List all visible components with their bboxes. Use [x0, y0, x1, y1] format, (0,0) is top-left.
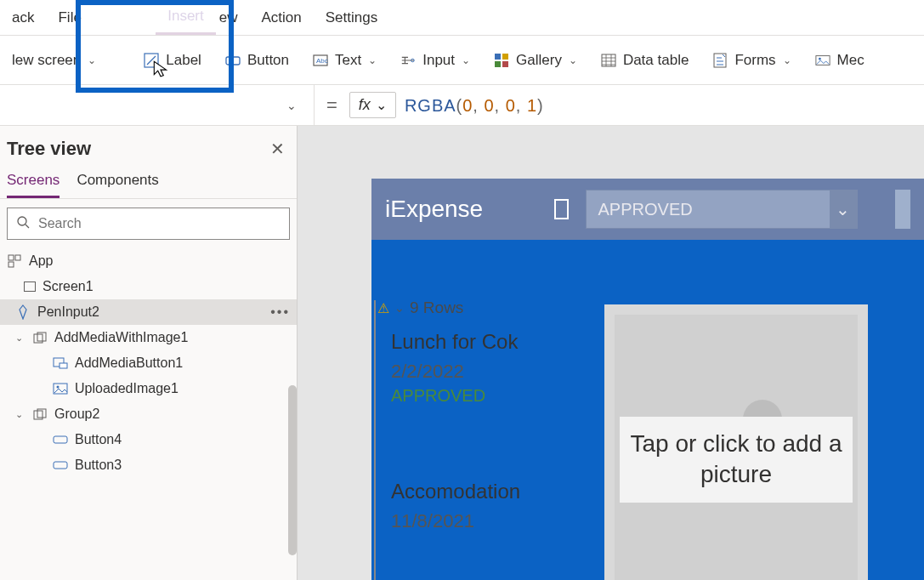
equals-sign: = — [315, 94, 349, 117]
text-icon: Abc — [313, 53, 328, 68]
menu-bar: ack File Home Insert ew Action Settings — [0, 0, 924, 36]
tree-item-peninput2[interactable]: PenInput2 ••• — [0, 299, 297, 325]
menu-file[interactable]: File — [46, 0, 93, 35]
svg-text:Abc: Abc — [316, 57, 328, 65]
divider — [374, 300, 376, 580]
ribbon-toolbar: lew screen ⌄ Label Button Abc Text ⌄ Inp… — [0, 36, 924, 85]
app-title: iExpense — [385, 196, 483, 223]
tab-screens[interactable]: Screens — [7, 172, 60, 198]
chevron-down-icon: ⌄ — [462, 54, 470, 66]
group-icon — [32, 330, 48, 345]
svg-point-12 — [819, 57, 821, 60]
tree-view-title: Tree view — [7, 138, 91, 160]
chevron-down-icon: ⌄ — [88, 54, 96, 66]
tree-item-app[interactable]: App — [0, 248, 297, 274]
close-icon[interactable]: ✕ — [270, 139, 285, 159]
svg-point-13 — [18, 217, 26, 225]
svg-rect-11 — [815, 55, 829, 65]
forms-icon — [712, 53, 728, 68]
filter-checkbox[interactable] — [554, 199, 568, 219]
text-button[interactable]: Abc Text ⌄ — [301, 36, 388, 84]
tree-list: App Screen1 PenInput2 ••• ⌄ AddMediaWith… — [0, 248, 297, 580]
label-button[interactable]: Label — [132, 36, 213, 84]
vertical-divider — [553, 262, 592, 580]
warning-icon: ⚠ — [377, 300, 389, 316]
menu-settings[interactable]: Settings — [314, 0, 389, 35]
more-icon[interactable]: ••• — [270, 304, 290, 320]
svg-rect-16 — [9, 262, 14, 267]
data-table-button[interactable]: Data table — [589, 36, 701, 84]
input-button[interactable]: Input ⌄ — [388, 36, 482, 84]
media-label: Mec — [837, 52, 864, 69]
new-screen-button[interactable]: lew screen ⌄ — [0, 36, 108, 84]
input-icon — [400, 53, 416, 68]
status-dropdown[interactable]: APPROVED ⌄ — [586, 190, 858, 229]
chevron-down-icon: ⌄ — [278, 99, 305, 112]
canvas-area: iExpense APPROVED ⌄ ⚠ ⌄ 9 Rows Lunch for… — [298, 126, 924, 580]
button-icon — [53, 432, 68, 447]
scrollbar-thumb[interactable] — [288, 385, 297, 555]
svg-rect-20 — [60, 363, 67, 368]
screen-icon — [24, 281, 36, 292]
header-button[interactable] — [895, 190, 910, 229]
menu-action[interactable]: Action — [250, 0, 314, 35]
chevron-down-icon: ⌄ — [569, 54, 577, 66]
media-icon — [815, 53, 830, 68]
collapse-icon[interactable]: ⌄ — [15, 333, 26, 344]
button-icon — [53, 458, 68, 473]
collapse-icon[interactable]: ⌄ — [15, 409, 26, 420]
button-icon — [225, 53, 241, 68]
button-button[interactable]: Button — [213, 36, 301, 84]
gallery-button[interactable]: Gallery ⌄ — [482, 36, 589, 84]
tree-item-addmediabutton[interactable]: AddMediaButton1 — [0, 350, 297, 376]
menu-view[interactable]: ew — [216, 0, 250, 35]
property-select[interactable]: ⌄ — [0, 85, 315, 125]
tree-item-group2[interactable]: ⌄ Group2 — [0, 401, 297, 427]
menu-insert[interactable]: Insert — [156, 0, 216, 35]
svg-rect-5 — [495, 54, 501, 60]
svg-rect-1 — [226, 57, 240, 65]
add-picture-label: Tap or click to add a picture — [620, 417, 853, 503]
fx-icon: fx — [359, 96, 371, 114]
tree-item-button3[interactable]: Button3 — [0, 452, 297, 478]
tree-view-panel: Tree view ✕ Screens Components App S — [0, 126, 298, 580]
gallery-label: Gallery — [516, 52, 562, 69]
label-text: Label — [166, 52, 201, 69]
search-icon — [16, 215, 30, 232]
tree-item-uploadedimage[interactable]: UploadedImage1 — [0, 376, 297, 401]
media-button-icon — [53, 355, 68, 371]
search-input[interactable] — [7, 208, 290, 240]
group-icon — [32, 407, 48, 422]
svg-rect-26 — [54, 462, 67, 469]
text-label: Text — [335, 52, 361, 69]
tree-item-addmedia[interactable]: ⌄ AddMediaWithImage1 — [0, 325, 297, 350]
input-label: Input — [422, 52, 455, 69]
formula-bar: ⌄ = fx ⌄ RGBA(0, 0, 0, 1) — [0, 85, 924, 126]
tree-item-screen1[interactable]: Screen1 — [0, 274, 297, 299]
fx-button[interactable]: fx ⌄ — [349, 92, 396, 118]
menu-back[interactable]: ack — [0, 0, 46, 35]
formula-input[interactable]: RGBA(0, 0, 0, 1) — [405, 95, 544, 116]
pen-icon — [15, 304, 31, 320]
forms-label: Forms — [734, 52, 775, 69]
add-picture-control[interactable]: Tap or click to add a picture — [604, 304, 868, 580]
app-icon — [7, 253, 22, 269]
svg-point-22 — [57, 386, 60, 389]
table-icon — [601, 53, 616, 68]
svg-rect-6 — [502, 54, 508, 60]
svg-rect-14 — [9, 255, 14, 260]
svg-rect-15 — [15, 255, 20, 260]
search-field[interactable] — [38, 216, 281, 231]
image-icon — [53, 381, 68, 396]
tree-item-button4[interactable]: Button4 — [0, 427, 297, 452]
data-table-label: Data table — [623, 52, 689, 69]
chevron-down-icon: ⌄ — [376, 97, 387, 113]
media-button[interactable]: Mec — [803, 36, 876, 84]
svg-rect-7 — [495, 61, 501, 67]
new-screen-label: lew screen — [12, 52, 81, 69]
gallery-icon — [494, 53, 509, 68]
app-header: iExpense APPROVED ⌄ — [371, 179, 924, 240]
tab-components[interactable]: Components — [77, 172, 158, 198]
forms-button[interactable]: Forms ⌄ — [700, 36, 802, 84]
chevron-down-icon[interactable]: ⌄ — [394, 301, 405, 315]
